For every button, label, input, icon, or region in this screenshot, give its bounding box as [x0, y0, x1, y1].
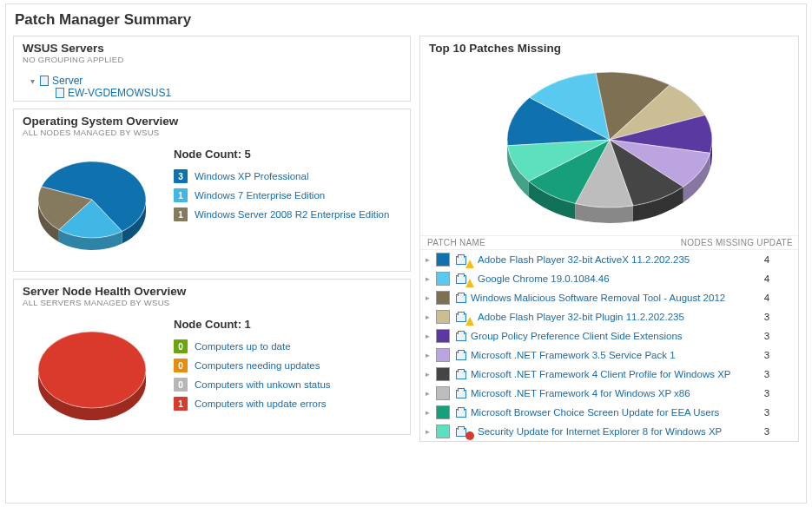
- patch-name-link[interactable]: Microsoft .NET Framework 4 for Windows X…: [471, 388, 741, 398]
- os-legend-label[interactable]: Windows Server 2008 R2 Enterprise Editio…: [195, 209, 389, 220]
- package-icon: [455, 388, 467, 398]
- health-panel-subtitle: ALL SERVERS MANAGED BY WSUS: [23, 298, 401, 307]
- top-patches-title: Top 10 Patches Missing: [429, 42, 789, 55]
- patch-row[interactable]: ▸Security Update for Internet Explorer 8…: [420, 422, 798, 441]
- page-title: Patch Manager Summary: [15, 11, 799, 29]
- os-overview-panel: Operating System Overview ALL NODES MANA…: [13, 109, 411, 272]
- tree-row-root[interactable]: ▾ Server: [19, 75, 405, 87]
- color-swatch: [436, 348, 450, 362]
- health-legend-label[interactable]: Computers with update errors: [195, 398, 326, 409]
- patch-row[interactable]: ▸Microsoft .NET Framework 3.5 Service Pa…: [420, 346, 798, 365]
- expand-icon[interactable]: ▸: [426, 351, 434, 359]
- health-overview-panel: Server Node Health Overview ALL SERVERS …: [13, 279, 411, 435]
- expand-icon[interactable]: ▸: [426, 427, 434, 436]
- color-swatch: [436, 253, 450, 267]
- os-legend-label[interactable]: Windows 7 Enterprise Edition: [195, 190, 325, 201]
- health-legend-row[interactable]: 0Computers with unkown status: [174, 378, 401, 392]
- patch-row[interactable]: ▸Adobe Flash Player 32-bit Plugin 11.2.2…: [420, 307, 798, 326]
- patch-name-link[interactable]: Microsoft .NET Framework 4 Client Profil…: [471, 369, 741, 379]
- nodes-missing-count: 3: [741, 369, 793, 379]
- tree-root-label[interactable]: Server: [52, 75, 83, 87]
- os-legend-label[interactable]: Windows XP Professional: [195, 171, 308, 181]
- os-pie-chart: [23, 148, 162, 260]
- expand-icon[interactable]: ▸: [426, 274, 434, 283]
- patch-row[interactable]: ▸Windows Malicious Software Removal Tool…: [420, 288, 798, 307]
- nodes-missing-count: 4: [741, 273, 793, 284]
- expand-icon[interactable]: ▸: [426, 255, 434, 264]
- nodes-missing-count: 4: [741, 293, 793, 303]
- patch-name-link[interactable]: Adobe Flash Player 32-bit Plugin 11.2.20…: [478, 312, 741, 322]
- health-legend-row[interactable]: 0Computers up to date: [174, 339, 401, 353]
- color-swatch: [436, 329, 450, 343]
- patch-row[interactable]: ▸Google Chrome 19.0.1084.464: [420, 269, 798, 288]
- nodes-missing-count: 3: [741, 426, 793, 437]
- expand-icon[interactable]: ▸: [426, 293, 434, 302]
- count-badge: 1: [174, 188, 188, 202]
- patch-table-header: PATCH NAME NODES MISSING UPDATE: [420, 235, 798, 250]
- patch-name-link[interactable]: Group Policy Preference Client Side Exte…: [471, 331, 741, 341]
- col-patch-name: PATCH NAME: [426, 238, 671, 247]
- patch-name-link[interactable]: Microsoft Browser Choice Screen Update f…: [471, 407, 741, 418]
- patch-name-link[interactable]: Google Chrome 19.0.1084.46: [478, 273, 741, 284]
- health-legend-row[interactable]: 1Computers with update errors: [174, 397, 401, 411]
- top-patches-panel: Top 10 Patches Missing PATCH NAME NODES …: [419, 36, 799, 442]
- package-icon: [455, 254, 467, 265]
- tree-row-child[interactable]: EW-VGDEMOWSUS1: [19, 87, 405, 99]
- package-icon: [455, 312, 467, 322]
- patch-name-link[interactable]: Adobe Flash Player 32-bit ActiveX 11.2.2…: [478, 254, 741, 265]
- patch-name-link[interactable]: Windows Malicious Software Removal Tool …: [471, 293, 741, 303]
- color-swatch: [436, 425, 450, 438]
- expand-icon[interactable]: ▾: [28, 76, 36, 86]
- expand-icon[interactable]: ▸: [426, 389, 434, 398]
- expand-icon[interactable]: ▸: [426, 313, 434, 321]
- patch-name-link[interactable]: Microsoft .NET Framework 3.5 Service Pac…: [471, 350, 741, 360]
- patch-row[interactable]: ▸Adobe Flash Player 32-bit ActiveX 11.2.…: [420, 250, 798, 269]
- package-icon: [455, 331, 467, 341]
- count-badge: 0: [174, 359, 188, 372]
- wsus-panel-title: WSUS Servers: [23, 42, 401, 55]
- color-swatch: [436, 405, 450, 419]
- color-swatch: [436, 386, 450, 400]
- server-group-icon: [40, 76, 49, 86]
- os-panel-subtitle: ALL NODES MANAGED BY WSUS: [23, 128, 401, 137]
- count-badge: 0: [174, 339, 188, 353]
- patch-row[interactable]: ▸Microsoft .NET Framework 4 Client Profi…: [420, 365, 798, 384]
- health-node-count: Node Count: 1: [174, 318, 401, 331]
- health-legend-label[interactable]: Computers needing updates: [195, 360, 320, 371]
- count-badge: 3: [174, 169, 188, 183]
- color-swatch: [436, 310, 450, 324]
- os-legend-row[interactable]: 1Windows 7 Enterprise Edition: [174, 188, 401, 202]
- os-node-count: Node Count: 5: [174, 148, 401, 161]
- color-swatch: [436, 291, 450, 305]
- os-panel-title: Operating System Overview: [23, 115, 401, 128]
- top-patches-pie-chart: [479, 60, 740, 234]
- patch-row[interactable]: ▸Group Policy Preference Client Side Ext…: [420, 326, 798, 346]
- count-badge: 0: [174, 378, 188, 392]
- patch-row[interactable]: ▸Microsoft .NET Framework 4 for Windows …: [420, 384, 798, 403]
- health-legend-label[interactable]: Computers up to date: [195, 341, 291, 352]
- nodes-missing-count: 3: [741, 388, 793, 398]
- wsus-servers-panel: WSUS Servers NO GROUPING APPLIED ▾ Serve…: [13, 36, 411, 102]
- count-badge: 1: [174, 397, 188, 411]
- health-legend-row[interactable]: 0Computers needing updates: [174, 359, 401, 372]
- health-panel-title: Server Node Health Overview: [23, 285, 401, 298]
- color-swatch: [436, 272, 450, 286]
- col-nodes-missing: NODES MISSING UPDATE: [671, 238, 793, 247]
- nodes-missing-count: 3: [741, 312, 793, 322]
- expand-icon[interactable]: ▸: [426, 408, 434, 417]
- patch-row[interactable]: ▸Microsoft Browser Choice Screen Update …: [420, 403, 798, 422]
- tree-child-label[interactable]: EW-VGDEMOWSUS1: [68, 87, 171, 99]
- os-legend-row[interactable]: 1Windows Server 2008 R2 Enterprise Editi…: [174, 207, 401, 221]
- error-icon: [465, 431, 474, 440]
- package-icon: [455, 350, 467, 360]
- nodes-missing-count: 4: [741, 254, 793, 265]
- expand-icon[interactable]: ▸: [426, 370, 434, 379]
- os-legend-row[interactable]: 3Windows XP Professional: [174, 169, 401, 183]
- patch-name-link[interactable]: Security Update for Internet Explorer 8 …: [478, 426, 741, 437]
- health-pie-chart: [23, 318, 162, 431]
- package-icon: [455, 293, 467, 303]
- health-legend-label[interactable]: Computers with unkown status: [195, 379, 331, 390]
- server-icon: [56, 88, 64, 98]
- color-swatch: [436, 367, 450, 381]
- expand-icon[interactable]: ▸: [426, 332, 434, 340]
